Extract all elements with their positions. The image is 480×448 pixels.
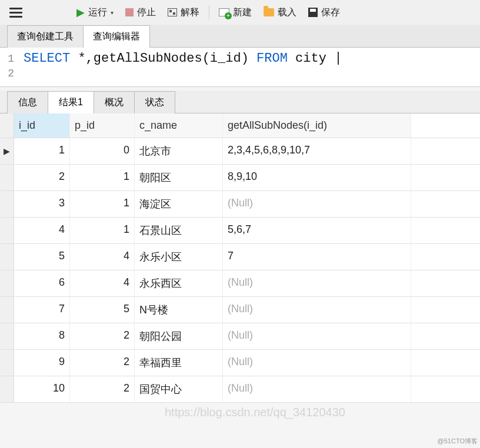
main-toolbar: ▶ 运行 ▾ 停止 解释 新建 载入 保存: [0, 0, 480, 25]
cell-pid[interactable]: 1: [70, 165, 135, 190]
folder-icon: [264, 8, 274, 16]
table-row[interactable]: 82朝阳公园(Null): [0, 323, 480, 350]
sql-text: *,getAllSubNodes(i_id): [70, 51, 256, 66]
explain-label: 解释: [181, 6, 199, 19]
cell-pid[interactable]: 2: [70, 350, 135, 376]
table-row[interactable]: ▶10北京市2,3,4,5,6,8,9,10,7: [0, 138, 480, 165]
table-row[interactable]: 21朝阳区8,9,10: [0, 165, 480, 191]
tab-overview[interactable]: 概况: [94, 91, 135, 113]
row-marker: ▶: [0, 138, 14, 164]
table-row[interactable]: 75N号楼(Null): [0, 297, 480, 323]
cell-cname[interactable]: N号楼: [135, 297, 223, 323]
cell-cname[interactable]: 幸福西里: [135, 350, 223, 376]
cell-iid[interactable]: 5: [14, 244, 70, 270]
run-label: 运行: [88, 6, 107, 19]
new-label: 新建: [233, 6, 252, 19]
row-marker: [0, 165, 14, 190]
cell-cname[interactable]: 朝阳区: [135, 165, 223, 190]
load-button[interactable]: 载入: [259, 4, 301, 21]
cell-iid[interactable]: 6: [14, 270, 70, 296]
cell-cname[interactable]: 永乐小区: [135, 244, 223, 270]
cell-pid[interactable]: 1: [70, 191, 135, 217]
save-button[interactable]: 保存: [304, 4, 345, 21]
col-header-cname[interactable]: c_name: [135, 113, 223, 138]
sql-editor[interactable]: 1 SELECT *,getAllSubNodes(i_id) FROM cit…: [0, 48, 480, 87]
cell-iid[interactable]: 2: [14, 165, 70, 190]
cell-subnodes[interactable]: (Null): [223, 191, 411, 217]
menu-icon[interactable]: [6, 5, 26, 20]
cell-pid[interactable]: 1: [70, 218, 135, 243]
tab-query-builder[interactable]: 查询创建工具: [7, 25, 84, 48]
cell-pid[interactable]: 4: [70, 270, 135, 296]
row-marker-header: [0, 113, 14, 138]
cell-cname[interactable]: 永乐西区: [135, 270, 223, 296]
tab-result1[interactable]: 结果1: [48, 91, 94, 113]
cell-pid[interactable]: 4: [70, 244, 135, 270]
cell-cname[interactable]: 北京市: [135, 138, 223, 164]
cell-pid[interactable]: 2: [70, 376, 135, 402]
tab-info[interactable]: 信息: [7, 91, 48, 113]
sql-text: city: [288, 51, 334, 66]
corner-credit: @51CTO博客: [438, 437, 478, 446]
cell-iid[interactable]: 8: [14, 323, 70, 349]
cell-cname[interactable]: 国贸中心: [135, 376, 223, 402]
cell-iid[interactable]: 1: [14, 138, 70, 164]
row-marker: [0, 191, 14, 217]
cell-cname[interactable]: 海淀区: [135, 191, 223, 217]
tab-query-editor[interactable]: 查询编辑器: [83, 25, 150, 48]
table-row[interactable]: 92幸福西里(Null): [0, 350, 480, 376]
tab-status[interactable]: 状态: [134, 91, 175, 113]
row-marker: [0, 323, 14, 349]
cell-iid[interactable]: 10: [14, 376, 70, 402]
table-row[interactable]: 54永乐小区7: [0, 244, 480, 270]
explain-icon: [168, 8, 177, 16]
cell-subnodes[interactable]: (Null): [223, 350, 411, 376]
table-row[interactable]: 64永乐西区(Null): [0, 270, 480, 297]
explain-button[interactable]: 解释: [163, 4, 204, 21]
cell-subnodes[interactable]: (Null): [223, 270, 411, 296]
table-row[interactable]: 102国贸中心(Null): [0, 376, 480, 403]
cell-iid[interactable]: 4: [14, 218, 70, 243]
save-icon: [308, 8, 318, 17]
result-tab-bar: 信息 结果1 概况 状态: [0, 91, 480, 113]
col-header-pid[interactable]: p_id: [70, 113, 135, 138]
run-button[interactable]: ▶ 运行 ▾: [72, 4, 118, 21]
cell-cname[interactable]: 石景山区: [135, 218, 223, 243]
cell-subnodes[interactable]: (Null): [223, 323, 411, 349]
cell-iid[interactable]: 7: [14, 297, 70, 323]
cell-subnodes[interactable]: 8,9,10: [223, 165, 411, 190]
load-label: 载入: [278, 6, 296, 19]
text-cursor: [338, 52, 339, 65]
cell-pid[interactable]: 2: [70, 323, 135, 349]
chevron-down-icon[interactable]: ▾: [111, 9, 114, 16]
col-header-iid[interactable]: i_id: [14, 113, 70, 138]
cell-pid[interactable]: 0: [70, 138, 135, 164]
stop-button[interactable]: 停止: [121, 4, 161, 21]
cell-subnodes[interactable]: (Null): [223, 297, 411, 323]
cell-cname[interactable]: 朝阳公园: [135, 323, 223, 349]
table-row[interactable]: 31海淀区(Null): [0, 191, 480, 218]
table-row[interactable]: 41石景山区5,6,7: [0, 218, 480, 244]
row-marker: [0, 350, 14, 376]
new-button[interactable]: 新建: [214, 4, 256, 21]
row-marker: [0, 218, 14, 243]
cell-subnodes[interactable]: 2,3,4,5,6,8,9,10,7: [223, 138, 411, 164]
cell-iid[interactable]: 3: [14, 191, 70, 217]
line-number: 1: [0, 53, 24, 65]
new-icon: [219, 8, 229, 16]
line-number: 2: [0, 68, 24, 79]
sql-keyword: SELECT: [24, 51, 70, 66]
cell-iid[interactable]: 9: [14, 350, 70, 376]
result-grid[interactable]: i_id p_id c_name getAllSubNodes(i_id) ▶1…: [0, 113, 480, 403]
save-label: 保存: [321, 6, 340, 19]
row-marker: [0, 270, 14, 296]
cell-subnodes[interactable]: 5,6,7: [223, 218, 411, 243]
sql-keyword: FROM: [256, 51, 288, 66]
col-header-sub[interactable]: getAllSubNodes(i_id): [223, 113, 411, 138]
top-tab-bar: 查询创建工具 查询编辑器: [0, 25, 480, 48]
editor-line: 2: [0, 66, 480, 81]
separator: [209, 5, 209, 19]
cell-subnodes[interactable]: (Null): [223, 376, 411, 402]
cell-subnodes[interactable]: 7: [223, 244, 411, 270]
cell-pid[interactable]: 5: [70, 297, 135, 323]
